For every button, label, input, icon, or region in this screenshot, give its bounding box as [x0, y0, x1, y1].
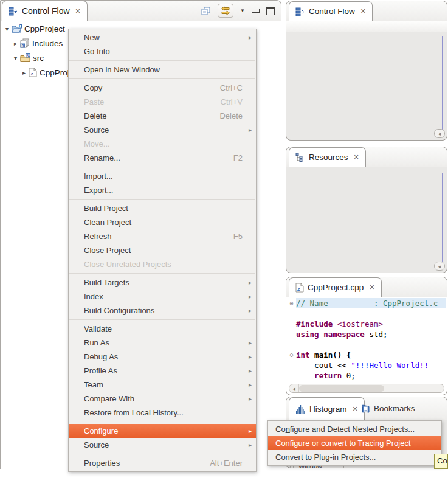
svg-text:h: h: [22, 43, 24, 47]
c-file-icon: .c: [295, 283, 304, 293]
menu-item-label: Debug As: [84, 350, 243, 364]
submenu-arrow-icon: ▸: [249, 424, 252, 438]
menu-item-label: Build Configurations: [84, 304, 243, 318]
code-line: [287, 339, 446, 350]
submenu-arrow-icon: ▸: [249, 336, 252, 350]
menu-separator: [69, 199, 255, 200]
link-with-editor-button[interactable]: [218, 4, 233, 18]
menu-shortcut: Ctrl+V: [221, 95, 243, 109]
code-token: main() {: [310, 350, 351, 359]
menu-item-clean-project[interactable]: Clean Project: [69, 215, 256, 229]
menu-item-configure-or-convert-to-tracing-project[interactable]: Configure or convert to Tracing Project: [268, 436, 441, 450]
src-folder-icon: C: [20, 53, 30, 63]
expander-icon[interactable]: ▾: [4, 26, 10, 32]
tab-control-flow-right[interactable]: Control Flow ✕: [289, 1, 373, 21]
scrollbar-corner[interactable]: ◂: [434, 129, 445, 138]
menu-item-compare-with[interactable]: Compare With▸: [69, 392, 256, 406]
menu-item-source[interactable]: Source▸: [69, 123, 256, 137]
code-text[interactable]: ⊕ // Name : CppProject.c #include <iostr…: [287, 298, 446, 384]
menu-item-rename[interactable]: Rename...F2: [69, 151, 256, 165]
close-icon[interactable]: ✕: [369, 283, 374, 291]
tab-histogram[interactable]: Histogram ✕: [289, 397, 365, 420]
code-token: cout <<: [296, 361, 351, 370]
menu-item-import[interactable]: Import...: [69, 169, 256, 183]
tab-label: Bookmarks: [374, 404, 415, 413]
svg-text:.c: .c: [30, 72, 33, 76]
menu-item-source-2[interactable]: Source▸: [69, 438, 256, 452]
horizontal-scrollbar[interactable]: ◂: [289, 384, 444, 393]
code-token: return: [296, 371, 342, 380]
svg-text:C: C: [19, 24, 22, 28]
scroll-left-arrow-icon[interactable]: ◂: [289, 384, 299, 392]
menu-item-go-into[interactable]: Go Into: [69, 44, 256, 58]
expander-icon[interactable]: ▸: [12, 40, 19, 47]
menu-item-refresh[interactable]: RefreshF5: [69, 229, 256, 243]
menu-item-copy[interactable]: CopyCtrl+C: [69, 81, 256, 95]
menu-item-delete[interactable]: DeleteDelete: [69, 109, 256, 123]
fold-minus-icon[interactable]: ⊖: [287, 350, 296, 360]
menu-item-index[interactable]: Index▸: [69, 290, 256, 304]
left-view-header: Control Flow ✕ ▼: [1, 1, 281, 21]
code-editor-area[interactable]: ⊕ // Name : CppProject.c #include <iostr…: [287, 297, 446, 394]
submenu-arrow-icon: ▸: [249, 392, 252, 406]
histogram-icon: [295, 404, 306, 414]
menu-item-configure-and-detect-nested-projects[interactable]: Configure and Detect Nested Projects...: [268, 422, 441, 436]
maximize-button[interactable]: [266, 7, 275, 15]
tab-bookmarks[interactable]: Bookmarks: [354, 397, 421, 420]
menu-item-run-as[interactable]: Run As▸: [69, 336, 256, 350]
view-menu-button[interactable]: ▼: [240, 8, 245, 13]
menu-item-export[interactable]: Export...: [69, 183, 256, 197]
menu-shortcut: F5: [233, 229, 243, 243]
menu-item-label: Validate: [84, 322, 243, 336]
expander-icon[interactable]: ▸: [21, 69, 27, 76]
menu-shortcut: Alt+Enter: [210, 456, 243, 470]
menu-separator: [69, 454, 255, 454]
menu-item-label: Refresh: [84, 229, 222, 243]
tab-resources[interactable]: Resources ✕: [289, 147, 366, 167]
control-flow-icon: [9, 6, 18, 16]
code-token: 0;: [342, 371, 356, 380]
svg-text:C: C: [27, 53, 30, 57]
menu-item-open-in-new-window[interactable]: Open in New Window: [69, 63, 256, 77]
menu-item-label: Clean Project: [84, 215, 243, 229]
tab-control-flow-left[interactable]: Control Flow ✕: [2, 1, 88, 21]
code-token: int: [296, 350, 310, 359]
menu-item-label: Move...: [84, 137, 243, 151]
fold-plus-icon[interactable]: ⊕: [287, 298, 296, 308]
menu-item-debug-as[interactable]: Debug As▸: [69, 350, 256, 364]
tab-label: CppProject.cpp: [308, 283, 364, 292]
expander-icon[interactable]: ▾: [12, 55, 19, 61]
menu-item-convert-to-plugin-projects[interactable]: Convert to Plug-in Projects...: [268, 450, 441, 464]
collapse-all-button[interactable]: [201, 6, 211, 16]
scroll-left-arrow-icon: ◂: [438, 131, 441, 137]
tree-item-label: Includes: [32, 39, 63, 48]
menu-item-build-project[interactable]: Build Project: [69, 201, 256, 215]
tab-cppproject-cpp[interactable]: .c CppProject.cpp ✕: [289, 277, 382, 297]
close-icon[interactable]: ✕: [360, 7, 366, 15]
menu-item-label: Source: [84, 438, 243, 452]
menu-item-team[interactable]: Team▸: [69, 378, 256, 392]
menu-item-new[interactable]: New▸: [69, 30, 256, 44]
menu-item-label: Properties: [84, 456, 199, 470]
menu-item-properties[interactable]: PropertiesAlt+Enter: [69, 456, 256, 470]
close-icon[interactable]: ✕: [75, 7, 81, 15]
menu-shortcut: F2: [233, 151, 243, 165]
code-token: #include: [296, 319, 337, 328]
tab-label: Control Flow: [309, 7, 355, 16]
tab-label: Resources: [309, 153, 348, 162]
svg-text:.c: .c: [297, 287, 300, 291]
resources-view: Resources ✕ ◂: [286, 147, 447, 273]
close-icon[interactable]: ✕: [354, 153, 359, 161]
menu-item-build-configurations[interactable]: Build Configurations▸: [69, 304, 256, 318]
menu-item-label: Rename...: [84, 151, 222, 165]
menu-item-close-project[interactable]: Close Project: [69, 243, 256, 257]
menu-item-build-targets[interactable]: Build Targets▸: [69, 276, 256, 290]
menu-item-configure[interactable]: Configure▸: [69, 424, 256, 438]
scrollbar-corner[interactable]: ◂: [434, 262, 445, 271]
menu-item-restore-from-local-history[interactable]: Restore from Local History...: [69, 406, 256, 420]
menu-item-profile-as[interactable]: Profile As▸: [69, 364, 256, 378]
menu-item-validate[interactable]: Validate: [69, 322, 256, 336]
code-token: using namespace: [296, 330, 365, 339]
minimize-button[interactable]: [252, 9, 260, 13]
scrollbar-thumb[interactable]: [299, 385, 384, 392]
